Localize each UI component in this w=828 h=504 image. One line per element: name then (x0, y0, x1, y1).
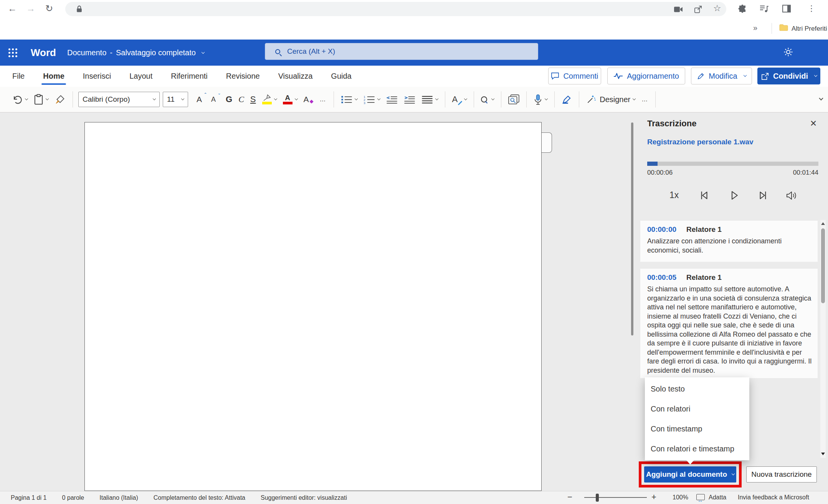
search-bar[interactable]: Cerca (Alt + X) (265, 43, 538, 60)
bookmarks-overflow-chevron[interactable]: » (753, 23, 757, 32)
clear-formatting-button[interactable]: A◆ (301, 91, 312, 108)
volume-button[interactable] (785, 188, 798, 202)
entry-text[interactable]: Si chiama un impatto sul settore automot… (647, 285, 812, 375)
tab-home[interactable]: Home (43, 66, 64, 87)
audio-progress-bar[interactable] (647, 162, 818, 166)
language[interactable]: Italiano (Italia) (99, 494, 138, 501)
playlist-music-icon[interactable] (759, 5, 769, 15)
increase-indent-button[interactable] (401, 91, 418, 108)
font-color-button[interactable]: A (280, 91, 301, 108)
text-completion-status[interactable]: Completamento del testo: Attivata (154, 494, 245, 501)
more-formatting-button[interactable]: … (317, 91, 330, 108)
italic-button[interactable]: C (235, 91, 247, 108)
find-button[interactable] (478, 91, 497, 108)
tab-inserisci[interactable]: Inserisci (83, 66, 111, 87)
tab-layout[interactable]: Layout (129, 66, 152, 87)
share-page-icon[interactable] (694, 5, 702, 15)
font-size-select[interactable]: 11 (163, 92, 188, 107)
camera-icon[interactable] (674, 6, 683, 14)
transcript-entry[interactable]: 00:00:05 Relatore 1 Si chiama un impatto… (640, 269, 818, 378)
play-button[interactable] (727, 188, 741, 202)
close-icon: ✕ (810, 119, 817, 129)
tab-guida[interactable]: Guida (331, 66, 351, 87)
edit-mode-button[interactable]: Modifica (691, 68, 752, 84)
browser-menu-icon[interactable]: ⋮ (805, 2, 818, 15)
decrease-indent-button[interactable] (383, 91, 401, 108)
format-painter-button[interactable] (51, 91, 69, 108)
tab-revisione[interactable]: Revisione (226, 66, 260, 87)
entry-text[interactable]: Analizzare con attenzione i condizioname… (647, 237, 812, 255)
title-chevron-icon[interactable] (202, 50, 205, 53)
menu-item-con-relatori[interactable]: Con relatori (645, 399, 749, 419)
fit-page-button[interactable]: Adatta (709, 494, 726, 501)
zoom-level[interactable]: 100% (673, 494, 688, 501)
more-options-button[interactable]: … (638, 91, 651, 108)
updates-button[interactable]: Aggiornamento (607, 68, 685, 84)
share-label: Condividi (773, 72, 808, 81)
panel-scrollbar-thumb[interactable] (821, 228, 825, 303)
document-scrollbar-thumb[interactable] (631, 122, 633, 335)
extensions-puzzle-icon[interactable] (738, 4, 747, 15)
dictate-button[interactable] (531, 91, 550, 108)
side-panel-icon[interactable] (782, 5, 791, 14)
word-count[interactable]: 0 parole (62, 494, 84, 501)
zoom-slider-track[interactable] (584, 497, 647, 498)
designer-button[interactable]: Designer (583, 91, 638, 108)
skip-back-button[interactable] (697, 188, 711, 202)
close-panel-button[interactable]: ✕ (807, 117, 820, 130)
settings-gear-icon[interactable] (783, 47, 793, 59)
document-page[interactable] (84, 122, 542, 491)
entry-timestamp[interactable]: 00:00:05 (647, 273, 676, 282)
skip-forward-button[interactable] (756, 188, 770, 202)
scroll-down-arrow-icon[interactable] (821, 453, 825, 455)
tab-file[interactable]: File (12, 66, 25, 87)
address-bar[interactable]: ☆ (65, 2, 726, 16)
document-name[interactable]: Documento (67, 48, 106, 57)
bullet-list-button[interactable] (338, 91, 360, 108)
editor-button[interactable] (559, 91, 575, 108)
entry-timestamp[interactable]: 00:00:00 (647, 225, 676, 234)
undo-button[interactable] (9, 91, 31, 108)
transcript-entry[interactable]: 00:00:00 Relatore 1 Analizzare con atten… (640, 221, 818, 262)
share-button[interactable]: Condividi (757, 68, 820, 84)
tab-riferimenti[interactable]: Riferimenti (171, 66, 208, 87)
comments-button[interactable]: Commenti (548, 68, 601, 84)
recording-file-link[interactable]: Registrazione personale 1.wav (647, 138, 754, 146)
browser-forward-button[interactable]: → (24, 2, 38, 15)
browser-back-button[interactable]: ← (5, 2, 19, 15)
zoom-slider-thumb[interactable] (596, 494, 599, 502)
underline-button[interactable]: S (247, 91, 259, 108)
menu-item-con-relatori-e-timestamp[interactable]: Con relatori e timestamp (645, 439, 749, 459)
numbered-list-button[interactable]: 123 (360, 91, 383, 108)
page-side-tab[interactable] (542, 132, 552, 153)
page-count[interactable]: Pagina 1 di 1 (11, 494, 46, 501)
zoom-in-button[interactable]: + (651, 492, 656, 502)
highlight-color-button[interactable] (259, 91, 280, 108)
tab-visualizza[interactable]: Visualizza (278, 66, 313, 87)
pulse-icon (613, 73, 623, 79)
browser-reload-button[interactable]: ↻ (42, 2, 56, 15)
scroll-up-arrow-icon[interactable] (821, 222, 825, 225)
paste-button[interactable] (31, 91, 51, 108)
new-transcription-button[interactable]: Nuova trascrizione (746, 466, 817, 483)
menu-item-con-timestamp[interactable]: Con timestamp (645, 419, 749, 439)
zoom-out-button[interactable]: − (567, 492, 572, 502)
designer-label: Designer (600, 95, 630, 104)
bold-button[interactable]: G (223, 91, 235, 108)
menu-item-solo-testo[interactable]: Solo testo (645, 379, 749, 399)
app-launcher-icon[interactable] (8, 48, 17, 57)
app-name[interactable]: Word (31, 47, 56, 59)
feedback-link[interactable]: Invia feedback a Microsoft (738, 494, 809, 501)
font-name-select[interactable]: Calibri (Corpo) (78, 92, 160, 107)
styles-button[interactable]: A (449, 91, 470, 108)
bookmark-star-icon[interactable]: ☆ (713, 3, 721, 13)
bookmarks-folder-label[interactable]: Altri Preferiti (792, 25, 827, 33)
grow-font-button[interactable]: Aˆ (193, 91, 205, 108)
playback-speed-button[interactable]: 1x (669, 190, 679, 200)
editor-suggestions-status[interactable]: Suggerimenti editor: visualizzati (261, 494, 347, 501)
document-title-bar[interactable]: Documento - Salvataggio completato (67, 48, 204, 57)
alignment-button[interactable] (418, 91, 441, 108)
shrink-font-button[interactable]: Aˇ (208, 91, 219, 108)
font-name-chevron-icon (153, 97, 156, 100)
immersive-reader-button[interactable] (505, 91, 522, 108)
